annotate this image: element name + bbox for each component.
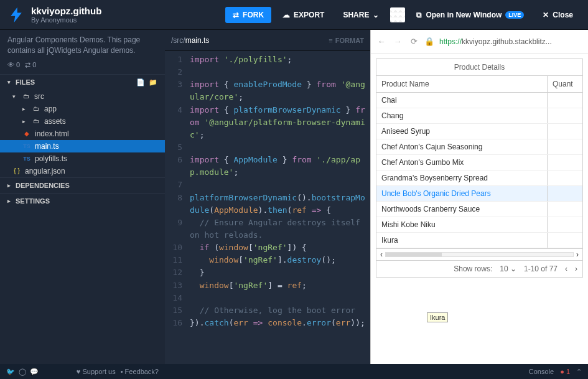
scroll-right-icon[interactable]: › — [576, 250, 579, 259]
tree-folder-app[interactable]: 🗀app — [0, 103, 165, 115]
discord-icon[interactable]: 💬 — [30, 368, 39, 376]
open-new-window-button[interactable]: ⧉ Open in New Window LIVE — [409, 7, 531, 23]
project-byline: By Anonymous — [31, 16, 101, 24]
close-icon: ✕ — [543, 11, 549, 19]
table-row[interactable]: Northwoods Cranberry Sauce — [376, 202, 582, 217]
pager-show-rows-label: Show rows: — [454, 264, 492, 273]
sidebar: Angular Components Demos. This page cont… — [0, 30, 165, 364]
folder-icon: 🗀 — [32, 105, 40, 113]
code-editor[interactable]: 1import './polyfills'; 2 3import { enabl… — [165, 51, 370, 364]
chevron-down-icon: ⌄ — [373, 11, 379, 19]
pager-prev-button[interactable]: ‹ — [565, 264, 567, 273]
editor-pane: /src/main.ts ≡FORMAT 1import './polyfill… — [165, 30, 370, 364]
chevron-up-icon[interactable]: ⌃ — [576, 368, 582, 376]
close-button[interactable]: ✕ Close — [535, 7, 581, 23]
grid-pager: Show rows: 10 ⌄ 1-10 of 77 ‹ › — [376, 260, 582, 277]
format-icon: ≡ — [329, 37, 332, 44]
table-row[interactable]: Chef Anton's Cajun Seasoning — [376, 139, 582, 155]
share-label: SHARE — [343, 11, 369, 19]
folder-icon: 🗀 — [22, 92, 30, 101]
table-row[interactable]: Chang — [376, 108, 582, 124]
ts-file-icon: TS — [22, 142, 31, 151]
problems-indicator[interactable]: ● 1 — [560, 368, 570, 375]
tree-file-index[interactable]: ◆index.html — [0, 128, 165, 140]
avatar[interactable] — [390, 7, 405, 22]
files-label: FILES — [16, 78, 35, 86]
tree-folder-assets[interactable]: 🗀assets — [0, 115, 165, 128]
preview-pane: ← → ⟳ 🔒 https://kkviyopz.github.stackbli… — [370, 30, 588, 364]
grid-horizontal-scrollbar[interactable]: ‹ › — [376, 248, 582, 260]
column-quantity[interactable]: Quant — [548, 76, 582, 92]
fork-button[interactable]: ⇄ FORK — [225, 7, 271, 23]
tree-file-polyfills[interactable]: TSpolyfills.ts — [0, 152, 165, 165]
views-stat: 👁 0 — [7, 61, 20, 69]
product-grid: Product Details Product Name Quant ChaiC… — [376, 58, 583, 278]
project-info: kkviyopz.github By Anonymous — [31, 6, 101, 24]
stackblitz-logo-icon — [7, 6, 25, 24]
export-label: EXPORT — [294, 11, 324, 19]
project-title: kkviyopz.github — [31, 6, 101, 16]
table-row[interactable]: Grandma's Boysenberry Spread — [376, 171, 582, 186]
settings-section-header[interactable]: SETTINGS — [0, 194, 165, 208]
cell-tooltip: Ikura — [427, 312, 448, 322]
column-product-name[interactable]: Product Name — [376, 76, 548, 92]
html-file-icon: ◆ — [22, 129, 31, 138]
github-icon[interactable]: ◯ — [19, 368, 26, 376]
json-file-icon: { } — [12, 167, 21, 175]
shuffle-icon: ⇄ — [233, 11, 239, 19]
table-row[interactable]: Mishi Kobe Niku — [376, 217, 582, 233]
pager-size-select[interactable]: 10 ⌄ — [500, 264, 516, 273]
grid-title: Product Details — [376, 59, 582, 76]
close-label: Close — [553, 11, 573, 19]
new-folder-icon[interactable]: 📁 — [149, 78, 157, 87]
scroll-left-icon[interactable]: ‹ — [380, 250, 383, 259]
folder-icon: 🗀 — [32, 117, 40, 126]
files-section-header[interactable]: FILES 📄 📁 — [0, 75, 165, 90]
twitter-icon[interactable]: 🐦 — [6, 368, 15, 376]
project-description: Angular Components Demos. This page cont… — [0, 30, 165, 61]
nav-forward-button[interactable]: → — [392, 37, 403, 46]
feedback-link[interactable]: • Feedback? — [121, 368, 159, 375]
scroll-thumb[interactable] — [386, 253, 442, 256]
support-link[interactable]: ♥ Support us — [77, 368, 116, 375]
project-stats: 👁 0 ⇄ 0 — [0, 61, 165, 74]
console-toggle[interactable]: Console — [529, 368, 554, 375]
preview-url[interactable]: https://kkviyopz.github.stackblitz... — [439, 37, 583, 46]
table-row[interactable]: Chai — [376, 93, 582, 108]
share-button[interactable]: SHARE ⌄ — [335, 7, 386, 23]
new-file-icon[interactable]: 📄 — [136, 78, 145, 87]
editor-path: /src/main.ts — [171, 36, 209, 45]
lock-icon: 🔒 — [424, 37, 434, 46]
cloud-download-icon: ☁ — [282, 11, 290, 19]
table-row[interactable]: Uncle Bob's Organic Dried Pears — [376, 186, 582, 202]
reload-button[interactable]: ⟳ — [408, 37, 419, 46]
ts-file-icon: TS — [22, 154, 31, 163]
nav-back-button[interactable]: ← — [376, 37, 387, 46]
open-new-label: Open in New Window — [426, 11, 502, 19]
export-button[interactable]: ☁ EXPORT — [275, 7, 332, 23]
grid-header: Product Name Quant — [376, 76, 582, 93]
pager-next-button[interactable]: › — [575, 264, 577, 273]
fork-label: FORK — [243, 11, 264, 19]
external-window-icon: ⧉ — [416, 11, 422, 19]
live-badge: LIVE — [505, 11, 524, 19]
tree-file-angular-json[interactable]: { }angular.json — [0, 165, 165, 177]
table-row[interactable]: Ikura — [376, 233, 582, 248]
forks-stat: ⇄ 0 — [25, 61, 36, 69]
tree-file-main[interactable]: TSmain.ts — [0, 140, 165, 152]
dependencies-section-header[interactable]: DEPENDENCIES — [0, 178, 165, 193]
tree-folder-src[interactable]: 🗀src — [0, 90, 165, 103]
pager-range: 1-10 of 77 — [524, 264, 558, 273]
format-button[interactable]: ≡FORMAT — [329, 37, 364, 44]
table-row[interactable]: Aniseed Syrup — [376, 124, 582, 139]
table-row[interactable]: Chef Anton's Gumbo Mix — [376, 155, 582, 171]
